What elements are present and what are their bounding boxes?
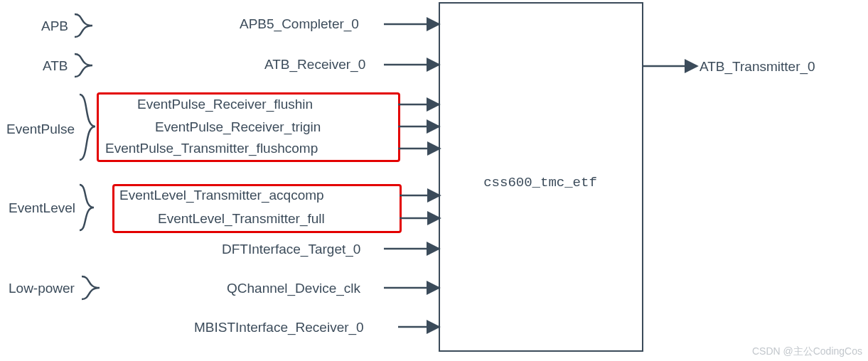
- diagram-svg-overlay: [0, 0, 868, 361]
- watermark: CSDN @主公CodingCos: [752, 345, 862, 358]
